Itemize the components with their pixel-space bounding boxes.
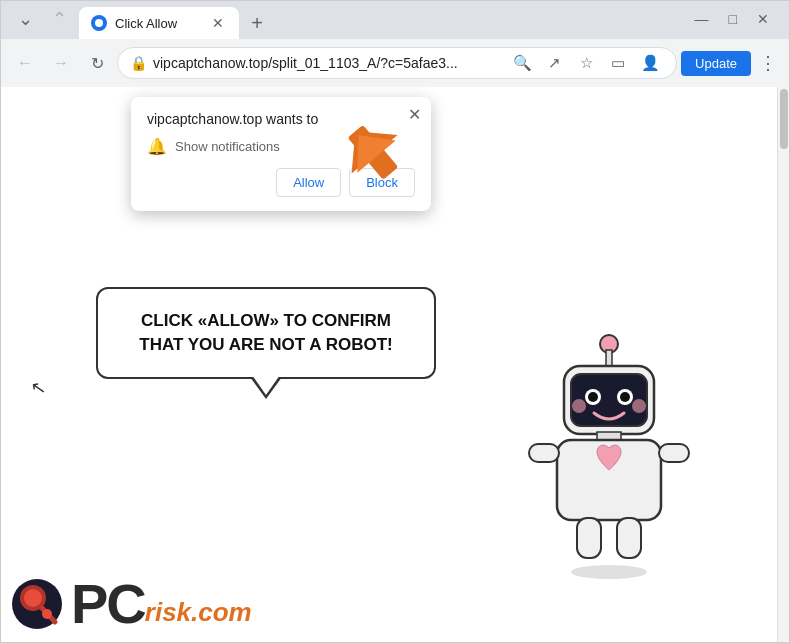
pcrisk-logo: PC risk.com [11,576,252,632]
url-text: vipcaptchanow.top/split_01_1103_A/?c=5af… [153,55,502,71]
notification-label: Show notifications [175,139,280,154]
cursor: ↖ [29,376,48,400]
scrollbar-thumb[interactable] [780,89,788,149]
arrow-indicator [341,117,421,211]
bookmark-icon[interactable]: ☆ [572,49,600,77]
tab-title: Click Allow [115,16,201,31]
tab-favicon [91,15,107,31]
speech-bubble: CLICK «ALLOW» TO CONFIRM THAT YOU ARE NO… [96,287,436,379]
address-actions: 🔍 ↗ ☆ ▭ 👤 [508,49,664,77]
allow-button[interactable]: Allow [276,168,341,197]
lock-icon: 🔒 [130,55,147,71]
page-content: ✕ vipcaptchanow.top wants to 🔔 Show noti… [1,87,789,642]
svg-point-13 [620,392,630,402]
url-bar[interactable]: 🔒 vipcaptchanow.top/split_01_1103_A/?c=5… [117,47,677,79]
svg-rect-18 [529,444,559,462]
forward-button[interactable]: → [45,47,77,79]
svg-point-15 [632,399,646,413]
new-tab-button[interactable]: + [243,9,271,37]
tab-close-button[interactable]: ✕ [209,14,227,32]
arrow-svg [341,117,421,207]
svg-point-27 [42,609,52,619]
svg-point-25 [24,589,42,607]
scrollbar[interactable] [777,87,789,642]
maximize-button[interactable]: □ [721,7,745,31]
profile-icon[interactable]: 👤 [636,49,664,77]
active-tab[interactable]: Click Allow ✕ [79,7,239,39]
svg-point-12 [588,392,598,402]
update-button[interactable]: Update [681,51,751,76]
svg-point-22 [571,565,647,579]
svg-rect-19 [659,444,689,462]
svg-point-14 [572,399,586,413]
menu-button[interactable]: ⋮ [755,48,781,78]
search-icon[interactable]: 🔍 [508,49,536,77]
chevron-up-icon[interactable]: ⌃ [43,3,75,35]
tab-bar: ⌄ ⌃ Click Allow ✕ + — □ ✕ [1,1,789,39]
split-icon[interactable]: ▭ [604,49,632,77]
bubble-text: CLICK «ALLOW» TO CONFIRM THAT YOU ARE NO… [122,309,410,357]
robot-image [509,322,729,602]
back-button[interactable]: ← [9,47,41,79]
browser-window: ⌄ ⌃ Click Allow ✕ + — □ ✕ ← → ↻ 🔒 vipcap… [0,0,790,643]
bell-icon: 🔔 [147,137,167,156]
close-button[interactable]: ✕ [749,7,777,31]
address-bar: ← → ↻ 🔒 vipcaptchanow.top/split_01_1103_… [1,39,789,87]
share-icon[interactable]: ↗ [540,49,568,77]
chevron-down-icon[interactable]: ⌄ [9,3,41,35]
svg-rect-20 [577,518,601,558]
reload-button[interactable]: ↻ [81,47,113,79]
minimize-button[interactable]: — [687,7,717,31]
svg-rect-21 [617,518,641,558]
